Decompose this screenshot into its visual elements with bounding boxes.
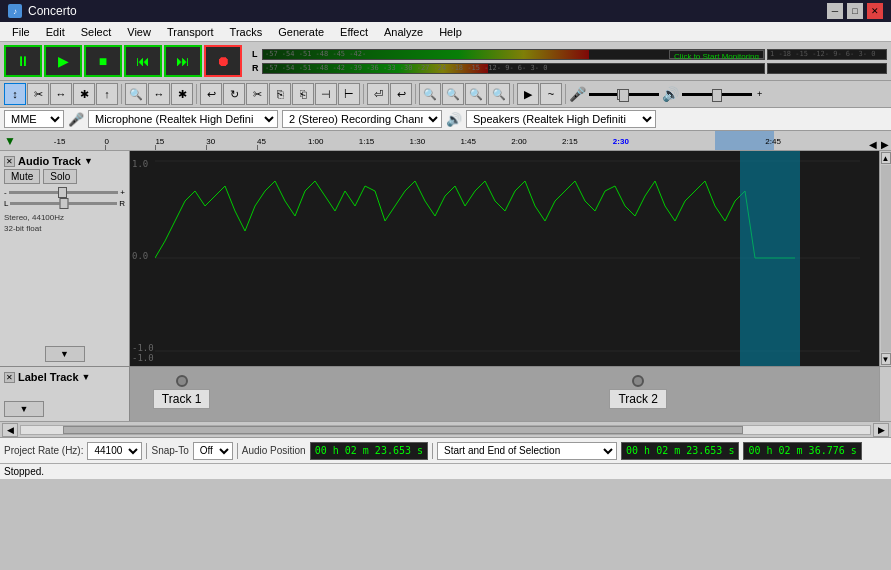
timeline: ▼ -15 0 15 30 45 1:00 1:15 1:30 1:45 2:0… [0,131,891,151]
menu-effect[interactable]: Effect [332,24,376,40]
h-scroll-thumb[interactable] [63,426,742,434]
volume-slider[interactable] [9,191,119,194]
time-label: 45 [257,137,266,146]
vertical-scrollbar[interactable]: ▲ ▼ [879,151,891,366]
tool-copy[interactable]: ⎘ [269,83,291,105]
horizontal-scrollbar: ◀ ▶ [0,421,891,437]
mic-device-icon: 🎤 [68,112,84,127]
skip-back-button[interactable]: ⏮ [124,45,162,77]
tool-zoom-out[interactable]: 🔍 [419,83,441,105]
timeline-start-arrow[interactable]: ▼ [0,134,20,148]
tool-draw[interactable]: ✱ [73,83,95,105]
selection-start-display: 00 h 02 m 23.653 s [621,442,739,460]
tool-play-once[interactable]: ▶ [517,83,539,105]
output-gain-slider[interactable] [682,93,752,96]
label-track-name: Label Track [18,371,79,383]
snap-to-label: Snap-To [151,445,188,456]
tools-row: ↕ ✂ ↔ ✱ ↑ 🔍 ↔ ✱ ↩ ↻ ✂ ⎘ ⎗ ⊣ ⊢ ⏎ ↩ 🔍 🔍 🔍 … [0,81,891,108]
solo-button[interactable]: Solo [43,169,77,184]
menu-help[interactable]: Help [431,24,470,40]
track-down-button[interactable]: ▼ [45,346,85,362]
mic-device-select[interactable]: Microphone (Realtek High Defini [88,110,278,128]
snap-to-select[interactable]: Off [193,442,233,460]
status-sep3 [432,443,433,459]
menu-select[interactable]: Select [73,24,120,40]
timeline-nav-left[interactable]: ◀ [867,139,879,150]
vol-minus: - [4,188,7,197]
tool-select[interactable]: ↕ [4,83,26,105]
speaker-device-select[interactable]: Speakers (Realtek High Definiti [466,110,656,128]
monitor-button[interactable]: Click to Start Monitoring [669,50,764,59]
label-track1-text: Track 1 [153,389,211,409]
driver-select[interactable]: MME [4,110,64,128]
tool-cut2[interactable]: ✂ [246,83,268,105]
scroll-left-button[interactable]: ◀ [2,423,18,437]
tool-trim[interactable]: ⊣ [315,83,337,105]
tool-silence[interactable]: ⏎ [367,83,389,105]
tool-zoom-in[interactable]: ↑ [96,83,118,105]
menu-generate[interactable]: Generate [270,24,332,40]
speaker-icon: 🔊 [662,86,679,102]
tool-redo[interactable]: ↻ [223,83,245,105]
time-label: 1:30 [410,137,426,146]
tool-zoom-fit[interactable]: 🔍 [442,83,464,105]
menu-analyze[interactable]: Analyze [376,24,431,40]
menu-tracks[interactable]: Tracks [222,24,271,40]
label-marker-track2: Track 2 [609,375,667,409]
record-button[interactable]: ⏺ [204,45,242,77]
tool-split[interactable]: ⊢ [338,83,360,105]
title-bar: ♪ Concerto ─ □ ✕ [0,0,891,22]
label-track-display: Track 1 Track 2 [130,367,891,421]
waveform-display: 1.0 0.0 -1.0 1.0 0.0 -1.0 [130,151,891,366]
tool-zoom[interactable]: 🔍 [125,83,147,105]
track-close-btn[interactable]: ✕ [4,156,15,167]
tool-paste[interactable]: ⎗ [292,83,314,105]
tool-undo2[interactable]: ↩ [390,83,412,105]
label-track-arrow[interactable]: ▼ [82,372,91,382]
scroll-right-button[interactable]: ▶ [873,423,889,437]
mic-icon: 🎤 [569,86,586,102]
meter-r-right-scale: 1 -18 -15 -12- 9- 6- 3- 0 [770,50,875,58]
minimize-button[interactable]: ─ [827,3,843,19]
label-track-down-button[interactable]: ▼ [4,401,44,417]
input-gain-slider[interactable] [589,93,659,96]
mute-button[interactable]: Mute [4,169,40,184]
tool-pan[interactable]: ↔ [148,83,170,105]
maximize-button[interactable]: □ [847,3,863,19]
time-label: 2:45 [765,137,781,146]
tool-cut[interactable]: ✂ [27,83,49,105]
tool-multi[interactable]: ✱ [171,83,193,105]
play-button[interactable]: ▶ [44,45,82,77]
menu-file[interactable]: File [4,24,38,40]
menu-view[interactable]: View [119,24,159,40]
selection-end-display: 00 h 02 m 36.776 s [743,442,861,460]
time-label: 1:00 [308,137,324,146]
project-rate-select[interactable]: 44100 [87,442,142,460]
main-track-area: ✕ Audio Track ▼ Mute Solo - + L R Stereo… [0,151,891,366]
h-scroll-track[interactable] [20,425,871,435]
timeline-nav-right[interactable]: ▶ [879,139,891,150]
label-track-close-btn[interactable]: ✕ [4,372,15,383]
close-button[interactable]: ✕ [867,3,883,19]
time-label: -15 [54,137,66,146]
stop-button[interactable]: ■ [84,45,122,77]
menu-transport[interactable]: Transport [159,24,222,40]
tool-zoom-sel[interactable]: 🔍 [465,83,487,105]
label-marker-pin1 [176,375,188,387]
pan-slider[interactable] [10,202,117,205]
skip-fwd-button[interactable]: ⏭ [164,45,202,77]
channels-select[interactable]: 2 (Stereo) Recording Channels [282,110,442,128]
label-track2-text: Track 2 [609,389,667,409]
audio-track-arrow[interactable]: ▼ [84,156,93,166]
menu-edit[interactable]: Edit [38,24,73,40]
app-title: Concerto [28,4,77,18]
selection-mode-select[interactable]: Start and End of Selection [437,442,617,460]
pause-button[interactable]: ⏸ [4,45,42,77]
tool-loop[interactable]: ~ [540,83,562,105]
time-label: 2:15 [562,137,578,146]
svg-text:-1.0: -1.0 [132,343,154,353]
tool-zoom-tog[interactable]: 🔍 [488,83,510,105]
tool-envelope[interactable]: ↔ [50,83,72,105]
stopped-status: Stopped. [4,466,44,477]
tool-undo[interactable]: ↩ [200,83,222,105]
